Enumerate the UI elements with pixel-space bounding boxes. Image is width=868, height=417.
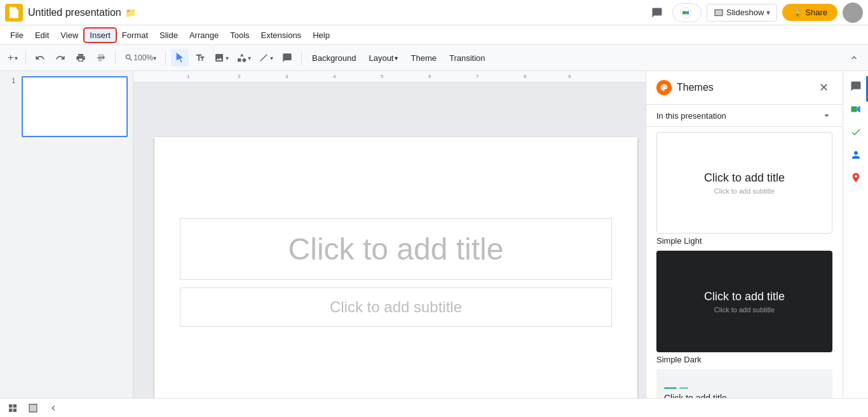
zoom-dropdown-icon: ▾ [153,55,156,62]
redo-button[interactable] [51,49,69,67]
theme-preview-title-light: Click to add title [704,171,785,185]
comment-tool[interactable] [278,49,296,67]
folder-icon[interactable]: 📁 [125,8,136,18]
sidebar-spacer [855,190,856,417]
user-avatar[interactable] [843,3,863,23]
menu-edit[interactable]: Edit [30,29,54,42]
meet-icon [679,6,692,19]
cursor-tool[interactable] [171,49,189,67]
themes-close-button[interactable]: ✕ [815,79,832,96]
transition-button[interactable]: Transition [444,51,491,65]
image-tool[interactable]: ▾ [212,49,231,67]
grid-view-button[interactable] [5,400,20,416]
layout-button[interactable]: Layout ▾ [363,51,403,65]
filmstrip-view-button[interactable] [25,400,41,416]
slide-subtitle-placeholder[interactable]: Click to add subtitle [180,288,612,327]
tasks-sidebar-button[interactable] [846,122,866,142]
comments-button[interactable] [647,3,667,23]
share-label: Share [805,8,827,17]
menu-tools[interactable]: Tools [225,29,254,42]
print-button[interactable] [72,49,90,67]
slide-thumb-inner [23,77,126,136]
themes-filter-label: In this presentation [656,111,726,121]
theme-preview-simple-light[interactable]: Click to add title Click to add subtitle [656,132,832,234]
paint-format-button[interactable] [92,49,110,67]
theme-name-simple-dark: Simple Dark [656,355,832,364]
theme-name-simple-light: Simple Light [656,236,832,246]
ruler-tick: 3 [285,74,288,79]
shape-tool[interactable]: ▾ [234,49,254,67]
toolbar-divider-2 [115,51,116,64]
theme-item-simple-light: Click to add title Click to add subtitle… [656,132,832,246]
menu-format[interactable]: Format [117,29,153,42]
add-dropdown-icon: ▾ [15,55,18,62]
doc-title-text[interactable]: Untitled presentation [28,7,121,18]
top-right-actions: Slideshow ▾ 🔒 Share [647,3,863,23]
slide-thumbnail-1[interactable] [22,76,128,137]
menu-extensions[interactable]: Extensions [256,29,307,42]
transition-label: Transition [449,53,485,63]
themes-list: Click to add title Click to add subtitle… [646,127,843,417]
horizontal-ruler: 1 2 3 4 5 6 7 8 9 [133,71,646,83]
menu-arrange[interactable]: Arrange [184,29,224,42]
themes-panel: Themes ✕ In this presentation Click to a… [646,71,843,417]
theme-label: Theme [410,53,436,63]
toolbar-right [845,49,863,67]
themes-close-icon: ✕ [819,81,829,95]
add-icon: + [8,52,13,63]
theme-preview-title-dark: Click to add title [704,290,785,303]
add-slide-button[interactable]: + ▾ [5,49,20,67]
collapse-panel-button[interactable] [46,400,61,416]
svg-rect-1 [682,11,687,14]
right-sidebar: + [843,71,868,417]
menu-insert[interactable]: Insert [85,29,116,42]
theme-preview-subtitle-dark: Click to add subtitle [714,306,775,314]
zoom-button[interactable]: 100% ▾ [121,49,160,67]
themes-filter-dropdown-icon [821,110,832,121]
contacts-sidebar-button[interactable] [846,145,866,165]
slide-number-label: 1 [5,77,15,84]
line-tool[interactable]: ▾ [256,49,276,67]
menu-view[interactable]: View [55,29,83,42]
menu-help[interactable]: Help [308,29,335,42]
ruler-tick: 5 [381,74,383,79]
themes-filter[interactable]: In this presentation [646,105,843,127]
meet-button[interactable] [672,3,702,22]
menu-bar: File Edit View Insert Format Slide Arran… [0,25,868,44]
share-button[interactable]: 🔒 Share [782,4,837,21]
layout-label: Layout [369,53,393,63]
themes-title-text: Themes [677,82,714,93]
themes-title: Themes [656,80,714,95]
chat-sidebar-button[interactable] [846,76,866,96]
ruler-tick: 6 [428,74,431,79]
theme-button[interactable]: Theme [405,51,441,65]
maps-sidebar-button[interactable] [846,168,866,188]
doc-title: Untitled presentation 📁 [28,7,642,18]
toolbar: + ▾ 100% ▾ ▾ ▾ ▾ [0,44,868,71]
slideshow-dropdown-icon: ▾ [766,8,770,17]
menu-slide[interactable]: Slide [154,29,183,42]
menu-file[interactable]: File [5,29,29,42]
themes-palette-icon [656,80,672,95]
canvas-area: 1 2 3 4 5 6 7 8 9 Click to add title Cli… [133,71,646,417]
svg-rect-4 [851,107,857,112]
collapse-toolbar-button[interactable] [845,49,863,67]
slideshow-button[interactable]: Slideshow ▾ [707,4,777,22]
ruler-tick: 7 [476,74,478,79]
toolbar-divider-1 [25,51,26,64]
slide-canvas[interactable]: Click to add title Click to add subtitle [154,137,637,408]
theme-item-simple-dark: Click to add title Click to add subtitle… [656,251,832,364]
bottom-bar [0,398,868,417]
background-button[interactable]: Background [307,51,361,65]
slide-panel: 1 [0,71,133,417]
theme-preview-simple-dark[interactable]: Click to add title Click to add subtitle [656,251,832,352]
toolbar-divider-3 [165,51,166,64]
undo-button[interactable] [31,49,49,67]
themes-header: Themes ✕ [646,71,843,105]
ruler-tick: 9 [568,74,571,79]
text-box-tool[interactable] [191,49,209,67]
main-content: 1 1 2 3 4 5 6 7 8 9 [0,71,868,417]
slide-title-placeholder[interactable]: Click to add title [180,218,612,280]
svg-marker-5 [857,106,860,113]
meet-sidebar-button[interactable] [846,99,866,119]
